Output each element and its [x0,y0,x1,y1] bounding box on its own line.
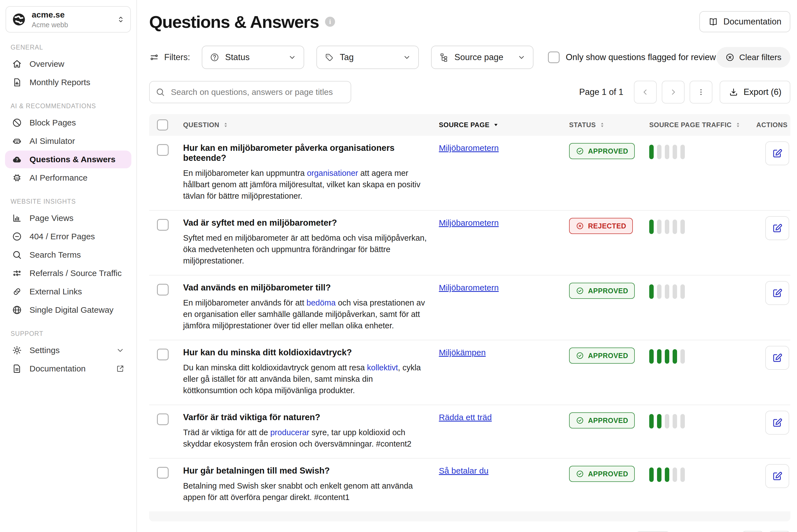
question-text: Vad används en miljöbarometer till? [183,283,428,293]
traffic-bar [672,414,677,429]
info-icon[interactable]: i [325,17,335,27]
source-page-link[interactable]: Miljöbarometern [439,218,499,228]
source-page-link[interactable]: Rädda ett träd [439,412,492,422]
select-row-checkbox[interactable] [157,144,169,156]
edit-button[interactable] [765,141,789,165]
documentation-button-label: Documentation [723,17,781,27]
select-all-checkbox[interactable] [157,119,168,131]
answer-inline-link[interactable]: kollektivt [367,363,398,372]
status-filter-dropdown[interactable]: Status [202,45,304,69]
sidebar-item-ai-performance[interactable]: AIAI Performance [5,169,131,187]
sidebar-item-search-terms[interactable]: Search Terms [5,246,131,264]
edit-button[interactable] [765,216,789,240]
traffic-bar [665,145,669,159]
table-row: Varför är träd viktiga för naturen?Träd … [149,405,790,458]
chev-down-icon [116,346,125,355]
sidebar-item-label: AI Simulator [30,136,75,146]
edit-button[interactable] [765,346,789,370]
robot-icon [12,136,22,146]
select-row-checkbox[interactable] [157,284,169,296]
traffic-bar [665,414,669,429]
sidebar-item-overview[interactable]: Overview [5,55,131,73]
sidebar-item-documentation[interactable]: Documentation [5,360,131,378]
sidebar-item-block-pages[interactable]: Block Pages [5,114,131,132]
traffic-bar [657,349,662,364]
export-button[interactable]: Export (6) [720,81,790,103]
account-info: acme.se Acme webb [32,10,68,28]
svg-text:AI: AI [16,176,18,179]
answer-inline-link[interactable]: bedöma [306,298,336,307]
nav-section-label: SUPPORT [11,330,126,338]
table-toolbar: Page 1 of 1 Export (6) [149,81,790,103]
page-indicator: Page 1 of 1 [579,87,623,97]
sidebar-item-single-digital-gateway[interactable]: Single Digital Gateway [5,301,131,319]
source-page-link[interactable]: Miljöbarometern [439,283,499,293]
flagged-filter-checkbox[interactable] [548,52,559,63]
select-row-checkbox[interactable] [157,467,169,479]
column-header-question[interactable]: QUESTION [183,121,439,129]
tag-filter-dropdown[interactable]: Tag [317,45,419,69]
gear-icon [12,345,22,356]
sidebar-item-settings[interactable]: Settings [5,341,131,359]
select-row-checkbox[interactable] [157,349,169,360]
status-badge: APPROVED [569,283,635,299]
account-switcher[interactable]: acme.se Acme webb [5,6,131,33]
search-input[interactable] [149,81,351,103]
sidebar-item-questions-answers[interactable]: ?Questions & Answers [5,151,131,168]
page-title: Questions & Answers [149,12,319,32]
block-icon [12,117,22,128]
select-row-checkbox[interactable] [157,414,169,425]
source-page-link[interactable]: Miljökämpen [439,347,486,358]
prev-page-button[interactable] [634,81,657,103]
sliders-icon [149,52,159,62]
edit-button[interactable] [765,464,789,488]
clear-filters-button[interactable]: Clear filters [716,47,790,68]
answer-inline-link[interactable]: organisationer [307,169,358,177]
answer-text: Du kan minska ditt koldioxidavtryck geno… [183,362,428,396]
tag-icon [324,52,334,62]
answer-text: En miljöbarometer kan uppmuntra organisa… [183,168,428,202]
sidebar-item-monthly-reports[interactable]: Monthly Reports [5,74,131,91]
source-page-filter-dropdown[interactable]: Source page [431,45,533,69]
edit-button[interactable] [765,281,789,305]
sidebar-item-label: AI Performance [30,173,88,183]
answer-inline-link[interactable]: producerar [270,428,309,437]
sidebar-item-external-links[interactable]: External Links [5,283,131,301]
next-page-button[interactable] [662,81,685,103]
column-header-source-page[interactable]: SOURCE PAGE [439,121,569,129]
sidebar-item-404-error-pages[interactable]: 404 / Error Pages [5,228,131,245]
kebab-icon [697,88,705,96]
sort-icon [735,122,741,128]
footer-prev-page-button[interactable] [742,531,764,532]
column-header-traffic[interactable]: SOURCE PAGE TRAFFIC [649,121,742,129]
documentation-button[interactable]: Documentation [699,11,790,32]
sidebar-item-ai-simulator[interactable]: AI Simulator [5,132,131,150]
traffic-bar [672,145,677,159]
traffic-bar [649,349,654,364]
traffic-bar [657,145,662,159]
check-circle-icon [576,416,584,424]
select-row-checkbox[interactable] [157,219,169,231]
home-icon [12,59,22,69]
column-header-status[interactable]: STATUS [569,121,649,129]
traffic-bar [649,145,654,159]
source-page-link[interactable]: Miljöbarometern [439,143,499,153]
sidebar-item-referrals-source-traffic[interactable]: Referrals / Source Traffic [5,264,131,282]
minus-circle-icon [12,231,22,242]
more-options-button[interactable] [689,81,713,103]
traffic-bar [680,220,685,234]
sidebar-item-page-views[interactable]: Page Views [5,209,131,227]
account-domain: acme.se [32,10,68,20]
footer-next-page-button[interactable] [768,531,790,532]
help-circle-icon [210,52,220,62]
sidebar-item-label: External Links [30,287,82,296]
answer-text: En miljöbarometer används för att bedöma… [183,297,428,331]
status-badge-label: APPROVED [588,287,628,295]
traffic-bar [680,414,685,429]
source-page-link[interactable]: Så betalar du [439,466,488,476]
chevron-down-icon [288,53,296,61]
question-text: Hur kan du minska ditt koldioxidavtryck? [183,347,428,358]
edit-button[interactable] [765,411,789,435]
status-badge-label: APPROVED [588,352,628,360]
traffic-bar [649,468,654,482]
